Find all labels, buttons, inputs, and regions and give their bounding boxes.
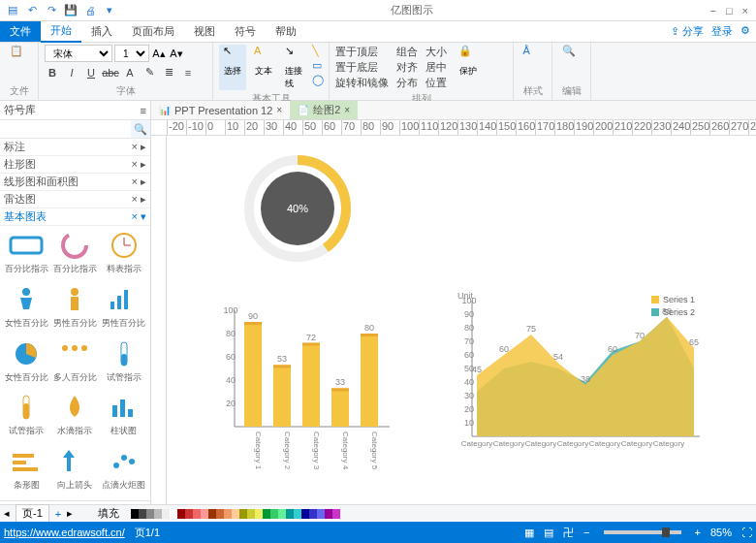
bring-front[interactable]: 置于顶层 xyxy=(335,45,389,59)
share-button[interactable]: ⇪ 分享 xyxy=(671,24,704,39)
svg-rect-18 xyxy=(23,403,29,419)
svg-rect-23 xyxy=(13,461,26,464)
paste-button[interactable]: 📋 xyxy=(6,45,32,64)
font-shrink-icon[interactable]: A▾ xyxy=(169,46,184,61)
zoom-in-icon[interactable]: + xyxy=(695,527,701,538)
strike-button[interactable]: abc xyxy=(103,65,118,80)
search-icon[interactable]: 🔍 xyxy=(131,120,150,138)
shape-ring[interactable]: 百分比指示 xyxy=(52,230,97,280)
search-input[interactable] xyxy=(0,120,131,138)
group-btn[interactable]: 组合 xyxy=(396,45,418,59)
shape-gauge1[interactable]: 百分比指示 xyxy=(4,230,48,280)
page-next-icon[interactable]: ▸ xyxy=(67,507,73,520)
maximize-button[interactable]: □ xyxy=(726,5,733,16)
protect-button[interactable]: 🔒保护 xyxy=(455,45,482,90)
cat-basic[interactable]: 基本图表× ▾ xyxy=(0,208,150,226)
font-grow-icon[interactable]: A▴ xyxy=(151,46,167,61)
canvas[interactable]: 40% 20406080100 9053723380 Category 1Cat… xyxy=(167,136,756,518)
font-color-button[interactable]: A xyxy=(122,65,138,80)
select-tool[interactable]: ↖选择 xyxy=(219,45,246,90)
style-button[interactable]: Å xyxy=(520,45,546,64)
shape-rect-icon[interactable]: ▭ xyxy=(312,59,324,72)
shape-hbars[interactable]: 条形图 xyxy=(4,446,48,496)
qat-file-icon[interactable]: ▤ xyxy=(4,2,21,19)
shape-drop[interactable]: 水滴指示 xyxy=(52,392,97,442)
fit-icon[interactable]: ⛶ xyxy=(741,527,752,538)
area-chart[interactable]: Unit 102030405060708090100 4560755438607… xyxy=(448,291,709,470)
cat-radar[interactable]: 雷达图× ▸ xyxy=(0,191,150,208)
highlight-button[interactable]: ✎ xyxy=(142,65,157,80)
sidebar-menu-icon[interactable]: ≡ xyxy=(141,105,146,116)
bold-button[interactable]: B xyxy=(45,65,60,80)
donut-chart[interactable]: 40% xyxy=(235,145,361,272)
align-button[interactable]: ≡ xyxy=(180,65,196,80)
qat-more-icon[interactable]: ▾ xyxy=(101,2,118,19)
italic-button[interactable]: I xyxy=(64,65,79,80)
shape-bars[interactable]: 男性百分比 xyxy=(102,284,146,335)
tab-symbols[interactable]: 符号 xyxy=(225,21,266,42)
qat-redo-icon[interactable]: ↷ xyxy=(43,2,60,19)
tab-view[interactable]: 视图 xyxy=(184,21,225,42)
shape-people[interactable]: 多人百分比 xyxy=(52,338,97,389)
shape-dots[interactable]: 点滴火炬图 xyxy=(102,446,146,496)
shape-male[interactable]: 男性百分比 xyxy=(52,284,97,335)
ruler-horizontal: -20-100102030405060708090100110120130140… xyxy=(151,120,756,136)
view-btn-3[interactable]: 卍 xyxy=(563,526,574,540)
qat-save-icon[interactable]: 💾 xyxy=(62,2,79,19)
doc-tab-ppt[interactable]: 📊 PPT Presentation 12 × xyxy=(151,103,290,118)
text-tool[interactable]: A文本 xyxy=(250,45,277,90)
align-btn[interactable]: 对齐 xyxy=(396,60,418,75)
color-swatches[interactable] xyxy=(131,509,340,519)
cat-bar[interactable]: 柱形图× ▸ xyxy=(0,156,150,174)
view-btn-2[interactable]: ▤ xyxy=(544,527,553,539)
tab-file[interactable]: 文件 xyxy=(0,21,41,42)
shape-arrows[interactable]: 向上箭头 xyxy=(52,446,97,496)
shape-clock[interactable]: 料表指示 xyxy=(102,230,146,280)
send-back[interactable]: 置于底层 xyxy=(335,60,389,75)
zoom-out-icon[interactable]: − xyxy=(583,527,589,538)
svg-rect-41 xyxy=(273,365,291,427)
doc-tab-drawing[interactable]: 📄 绘图2 × xyxy=(290,101,358,119)
tab-layout[interactable]: 页面布局 xyxy=(122,21,184,42)
edit-button[interactable]: 🔍 xyxy=(558,45,584,64)
page-tab[interactable]: 页-1 xyxy=(16,504,49,523)
svg-rect-22 xyxy=(13,454,34,458)
status-url[interactable]: https://www.edrawsoft.cn/ xyxy=(4,527,125,538)
distribute-btn[interactable]: 分布 xyxy=(396,76,418,90)
tab-insert[interactable]: 插入 xyxy=(81,21,122,42)
qat-undo-icon[interactable]: ↶ xyxy=(23,2,41,19)
bar-chart[interactable]: 20406080100 9053723380 Category 1Categor… xyxy=(205,301,399,470)
settings-icon[interactable]: ⚙ xyxy=(740,24,750,39)
underline-button[interactable]: U xyxy=(83,65,99,80)
minimize-button[interactable]: − xyxy=(709,5,715,16)
shape-ellipse-icon[interactable]: ◯ xyxy=(312,74,324,86)
bullets-button[interactable]: ≣ xyxy=(161,65,176,80)
shape-pie[interactable]: 女性百分比 xyxy=(4,338,48,389)
page-prev-icon[interactable]: ◂ xyxy=(4,507,10,520)
center-btn[interactable]: 居中 xyxy=(425,60,447,75)
zoom-slider[interactable] xyxy=(604,530,681,534)
tab-help[interactable]: 帮助 xyxy=(266,21,306,42)
shape-tube2[interactable]: 试管指示 xyxy=(4,392,48,442)
tab-start[interactable]: 开始 xyxy=(41,20,81,43)
close-button[interactable]: × xyxy=(742,5,748,16)
svg-text:Category 1: Category 1 xyxy=(254,431,263,470)
shape-tube[interactable]: 试管指示 xyxy=(102,338,146,389)
shape-line-icon[interactable]: ╲ xyxy=(312,45,324,57)
position-btn[interactable]: 位置 xyxy=(425,76,447,90)
qat-print-icon[interactable]: 🖨 xyxy=(81,2,99,19)
page-add-icon[interactable]: + xyxy=(55,508,61,520)
view-btn-1[interactable]: ▦ xyxy=(524,527,534,539)
login-button[interactable]: 登录 xyxy=(711,24,733,39)
cat-line-area[interactable]: 线形图和面积图× ▸ xyxy=(0,174,150,191)
size-btn[interactable]: 大小 xyxy=(425,45,447,59)
font-size-select[interactable]: 10 xyxy=(114,45,149,62)
rotate-mirror[interactable]: 旋转和镜像 xyxy=(335,76,389,90)
svg-rect-38 xyxy=(244,322,262,427)
shape-female[interactable]: 女性百分比 xyxy=(4,284,48,335)
font-name-select[interactable]: 宋体 xyxy=(45,45,112,62)
shape-bars2[interactable]: 柱状图 xyxy=(102,392,146,442)
cat-annotation[interactable]: 标注× ▸ xyxy=(0,139,150,156)
connector-tool[interactable]: ↘连接线 xyxy=(281,45,308,90)
fill-label: 填充 xyxy=(98,506,119,521)
